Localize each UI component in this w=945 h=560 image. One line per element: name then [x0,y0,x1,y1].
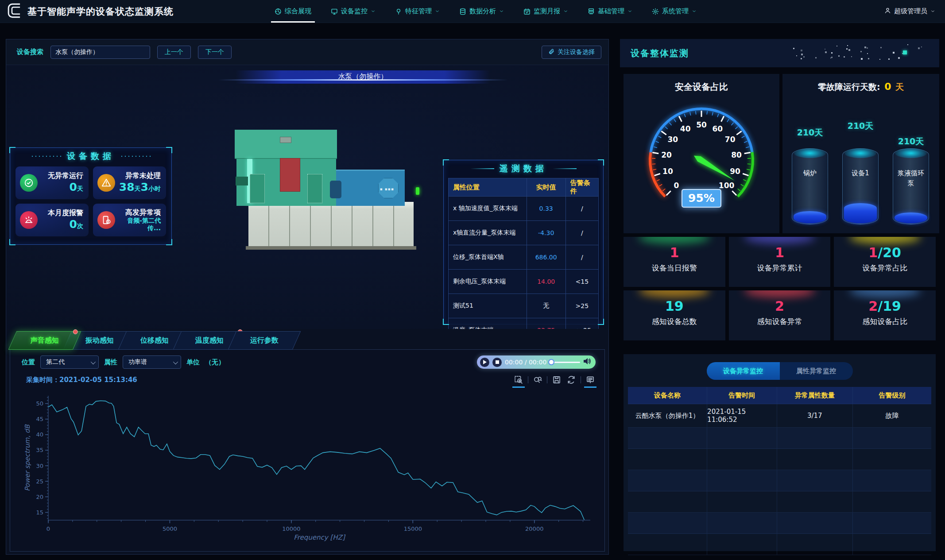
user-menu[interactable]: 超级管理员 [884,7,945,15]
svg-text:30: 30 [667,135,678,144]
telemetry-value: 23.75 [527,318,565,329]
calendar-icon [523,8,531,15]
tank-glow-top [794,148,826,158]
tank-glow-top [844,148,876,158]
gauge-svg: 010203040506070809010095% [631,93,772,226]
stop-button[interactable] [492,358,502,367]
device-data-card-value: 0次 [38,217,83,231]
telemetry-condition: <15 [565,270,598,294]
nav-item-系统管理[interactable]: 系统管理 [652,0,697,23]
doc-alert-icon [97,211,115,229]
telemetry-row: x 轴加速度值_泵体末端0.33/ [449,197,598,221]
attribute-label: 属性 [104,358,117,367]
monitor-cell [777,428,852,448]
stat-card-感知设备占比: 2/19感知设备占比 [834,290,936,340]
svg-text:20: 20 [661,151,672,159]
seek-slider[interactable] [550,362,580,363]
nav-item-特征管理[interactable]: 特征管理 [395,0,440,23]
zoom-box-icon[interactable] [513,375,524,385]
svg-text:20000: 20000 [525,525,543,532]
stat-value: 1 [624,245,725,260]
monitor-icon [331,8,338,15]
nav-item-监测月报[interactable]: 监测月报 [523,0,568,23]
tank-days: 210天 [840,120,881,132]
audio-player: 00:00 / 00:00 [477,355,596,369]
monitor-cell: 3/17 [777,404,852,427]
monitor-cell [707,491,777,512]
svg-text:10: 10 [662,167,673,176]
tank-days: 210天 [790,127,830,139]
telemetry-row: 测试51无>25 [449,294,598,318]
device-data-card-value: 38天3小时 [115,180,161,194]
nav-item-综合展现[interactable]: 综合展现 [275,0,311,23]
monitor-cell [707,470,777,491]
dashboard-icon [275,8,282,15]
tab-运行参数[interactable]: 运行参数 [228,331,301,350]
spectrum-chart[interactable]: 15 20 25 30 35 40 45 50 0 5000 10000 150… [23,390,598,545]
nav-item-数据分析[interactable]: 数据分析 [459,0,504,23]
nav-item-设备监控[interactable]: 设备监控 [331,0,376,23]
svg-text:25: 25 [36,478,43,485]
stat-glow [744,237,815,244]
play-button[interactable] [480,358,489,367]
3d-viewport[interactable]: 水泵（勿操作） ▪ ▪▪▪ [6,65,608,329]
telemetry-title: 遥测数据 [500,163,547,174]
monitor-cell [777,513,852,533]
monitor-data-row[interactable]: 云酷水泵（勿操作1）2021-01-15 11:06:523/17故障 [628,404,931,428]
svg-text:40: 40 [680,124,691,133]
seek-handle[interactable] [548,359,554,365]
capture-time-label: 采集时间： [26,376,59,384]
monitor-cell [707,534,777,555]
stat-card-设备异常累计: 1设备异常累计 [729,237,831,287]
user-icon [884,7,891,15]
anomaly-monitor-card: 设备异常监控属性异常监控 设备名称告警时间异常属性数量告警级别云酷水泵（勿操作1… [624,354,936,551]
tank-liquid [844,203,877,223]
prev-device-button[interactable]: 上一个 [157,46,191,59]
svg-text:20: 20 [36,494,43,500]
nav-item-基础管理[interactable]: 基础管理 [588,0,632,23]
position-select[interactable]: 第二代 [40,355,99,369]
player-time: 00:00 / 00:00 [505,359,546,366]
unit-value: （无） [205,358,225,367]
svg-text:50: 50 [36,400,43,407]
database-icon [459,8,466,15]
focus-device-select-button[interactable]: 关注设备选择 [542,46,601,59]
pump-3d-model[interactable]: ▪ ▪▪▪ [230,130,420,263]
monitor-tab-设备异常监控[interactable]: 设备异常监控 [707,362,780,380]
telemetry-header-cell: 告警条件 [565,178,598,196]
stat-glow [639,237,710,244]
tank-锅炉: 210天锅炉 [790,74,830,85]
monitor-cell [777,534,852,555]
monitor-cell [628,491,707,512]
next-device-button[interactable]: 下一个 [198,46,232,59]
monitor-tabs: 设备异常监控属性异常监控 [707,362,853,380]
stat-label: 感知设备总数 [624,317,725,327]
monitor-cell [852,534,931,555]
zoom-back-icon[interactable] [532,375,543,385]
tank-浆液循环泵: 210天浆液循环泵 [891,74,931,85]
telemetry-attr-name: x 轴加速度值_泵体末端 [449,197,527,220]
stat-value: 2 [729,298,831,314]
device-search-input[interactable] [50,46,150,59]
chevron-down-icon [563,9,568,14]
attribute-select[interactable]: 功率谱 [123,355,181,369]
monitor-tab-属性异常监控[interactable]: 属性异常监控 [780,362,853,380]
chevron-down-icon [627,9,632,14]
data-view-icon[interactable] [585,375,596,385]
monitor-cell [707,513,777,533]
speaker-icon[interactable] [583,358,591,367]
restore-icon[interactable] [566,375,577,385]
alert-badge [73,329,78,334]
tab-label: 运行参数 [250,336,279,345]
telemetry-row: x轴直流分量_泵体末端-4.30/ [449,221,598,245]
overall-monitor-header: 设备整体监测 [620,39,939,67]
stat-label: 设备当日报警 [624,263,725,273]
monitor-empty-row [628,534,931,555]
svg-text:Frequency [HZ]: Frequency [HZ] [294,533,346,541]
monitor-empty-row [628,491,931,513]
tab-声音感知[interactable]: 声音感知 [8,331,81,350]
monitor-cell [707,449,777,470]
monitor-cell [628,470,707,491]
save-image-icon[interactable] [551,375,562,385]
warning-icon [97,174,115,192]
